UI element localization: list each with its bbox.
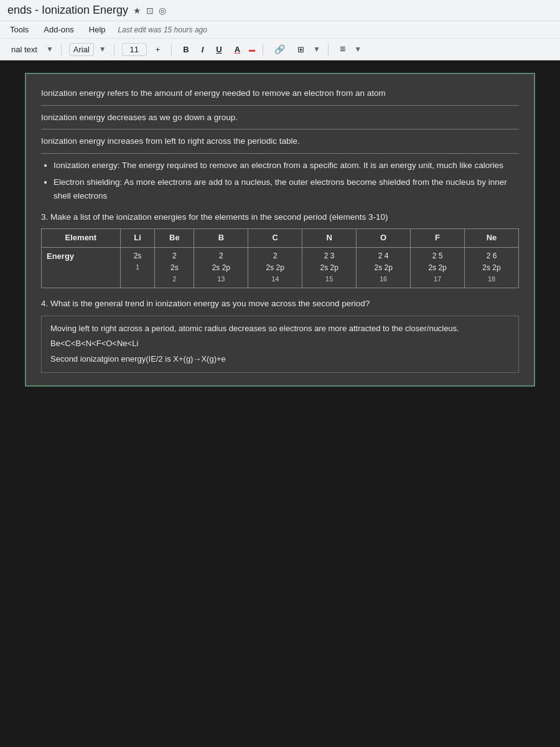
cell-ne: 2 6 2s 2p 18: [465, 247, 519, 288]
cell-o: 2 4 2s 2p 16: [357, 247, 411, 288]
divider-3: [41, 153, 519, 154]
dropdown-arrow-icon: ▼: [46, 45, 54, 54]
text-color-button[interactable]: A: [231, 44, 244, 55]
cell-c-main: 2: [273, 250, 278, 262]
row-label-energy: Energy: [42, 247, 121, 288]
menu-dropdown-icon: ▼: [354, 45, 362, 54]
document-content: Ionization energy refers to the amount o…: [25, 73, 535, 387]
cell-f-main: 2 5: [432, 250, 443, 262]
question-4-text: 4. What is the general trend in ionizati…: [41, 297, 519, 311]
divider-1: [41, 105, 519, 106]
star-icon[interactable]: ★: [133, 6, 141, 16]
menu-addons[interactable]: Add-ons: [41, 24, 76, 35]
cell-ne-num: 18: [488, 274, 495, 285]
menu-toggle-icon[interactable]: ≡: [336, 42, 349, 56]
italic-button[interactable]: I: [198, 44, 208, 55]
intro-line-1: Ionization energy refers to the amount o…: [41, 87, 519, 100]
cell-li-num: 1: [136, 262, 139, 273]
last-edit-text: Last edit was 15 hours ago: [118, 26, 207, 34]
ionization-energy-table: Element Li Be B C N O F Ne Energy: [41, 228, 519, 288]
insert-dropdown-icon: ▼: [313, 45, 320, 54]
cloud-icon[interactable]: ◎: [159, 6, 166, 16]
cell-f-sub: 2s 2p: [428, 262, 446, 274]
font-selector[interactable]: Arial: [69, 43, 94, 56]
question-3-text: 3. Make a list of the ionization energie…: [41, 210, 519, 224]
bullet-item-1: Ionization energy: The energy required t…: [54, 159, 519, 172]
cell-be: 2 2s 2: [155, 247, 194, 288]
menu-bar: Tools Add-ons Help Last edit was 15 hour…: [0, 21, 560, 39]
toolbar-separator-4: [263, 43, 263, 55]
cell-b: 2 2s 2p 13: [194, 247, 248, 288]
page-title: ends - Ionization Energy: [7, 4, 128, 17]
col-header-ne: Ne: [465, 229, 519, 248]
toolbar-separator-5: [328, 43, 329, 55]
toolbar-separator-3: [171, 43, 172, 55]
cell-c-num: 14: [271, 274, 279, 285]
menu-help[interactable]: Help: [86, 24, 108, 35]
cell-n: 2 3 2s 2p 15: [302, 247, 357, 288]
cell-ne-sub: 2s 2p: [482, 262, 500, 274]
cell-ne-main: 2 6: [487, 250, 497, 262]
cell-b-num: 13: [217, 274, 225, 285]
col-header-c: C: [248, 229, 302, 248]
cell-li: 2s 1: [120, 247, 155, 288]
cell-o-num: 16: [380, 274, 387, 285]
title-bar: ends - Ionization Energy ★ ⊡ ◎: [0, 0, 560, 21]
table-row-energy: Energy 2s 1 2 2s 2: [42, 247, 519, 288]
cell-o-main: 2 4: [378, 250, 389, 262]
col-header-f: F: [411, 229, 465, 248]
cell-be-sub: 2s: [170, 262, 179, 274]
underline-button[interactable]: U: [212, 44, 225, 55]
bullet-list: Ionization energy: The energy required t…: [54, 159, 519, 203]
toolbar-separator-2: [114, 43, 114, 55]
cell-n-sub: 2s 2p: [320, 262, 338, 274]
divider-2: [41, 129, 519, 129]
table-header-row: Element Li Be B C N O F Ne: [42, 229, 519, 248]
cell-n-main: 2 3: [324, 250, 335, 262]
cell-c: 2 2s 2p 14: [248, 247, 302, 288]
color-underline-icon: ▬: [249, 46, 255, 53]
intro-line-3: Ionization energy increases from left to…: [41, 134, 519, 148]
toolbar-separator-1: [61, 43, 62, 55]
insert-icon[interactable]: ⊞: [294, 44, 308, 55]
cell-be-num: 2: [172, 274, 176, 285]
answer-box: Moving left to right across a period, at…: [41, 316, 519, 373]
answer-line-3: Second ionizatgion energy(IE/2 is X+(g)→…: [50, 353, 510, 366]
cell-b-main: 2: [219, 250, 223, 262]
normal-text-dropdown[interactable]: nal text: [7, 44, 41, 55]
bullet-item-2: Electron shielding: As more electrons ar…: [54, 176, 519, 202]
cell-be-main: 2: [172, 250, 177, 262]
col-header-o: O: [357, 229, 411, 248]
col-header-be: Be: [155, 229, 194, 248]
cell-c-sub: 2s 2p: [266, 262, 284, 274]
col-header-b: B: [194, 229, 248, 248]
font-dropdown-icon: ▼: [99, 45, 106, 54]
title-icons: ★ ⊡ ◎: [133, 6, 166, 16]
answer-line-1: Moving left to right across a period, at…: [50, 322, 510, 336]
bold-button[interactable]: B: [179, 44, 192, 55]
question-4-section: 4. What is the general trend in ionizati…: [41, 297, 519, 373]
font-size-plus[interactable]: +: [152, 44, 164, 55]
cell-li-main: 2s: [134, 250, 142, 262]
menu-tools[interactable]: Tools: [7, 24, 31, 35]
document-area: Ionization energy refers to the amount o…: [0, 60, 560, 745]
col-header-n: N: [302, 229, 357, 248]
cell-f: 2 5 2s 2p 17: [411, 247, 465, 288]
link-icon[interactable]: 🔗: [271, 43, 289, 55]
cell-f-num: 17: [434, 274, 441, 285]
font-size-input[interactable]: 11: [122, 43, 147, 56]
save-icon[interactable]: ⊡: [146, 6, 154, 16]
col-header-li: Li: [120, 229, 155, 248]
answer-line-2: Be<C<B<N<F<O<Ne<Li: [50, 337, 510, 350]
cell-b-sub: 2s 2p: [212, 262, 230, 274]
col-header-element: Element: [42, 229, 121, 248]
intro-line-2: Ionization energy decreases as we go dow…: [41, 111, 519, 125]
toolbar: nal text ▼ Arial ▼ 11 + B I U A ▬ 🔗 ⊞ ▼ …: [0, 39, 560, 60]
cell-o-sub: 2s 2p: [374, 262, 392, 274]
cell-n-num: 15: [325, 274, 333, 285]
